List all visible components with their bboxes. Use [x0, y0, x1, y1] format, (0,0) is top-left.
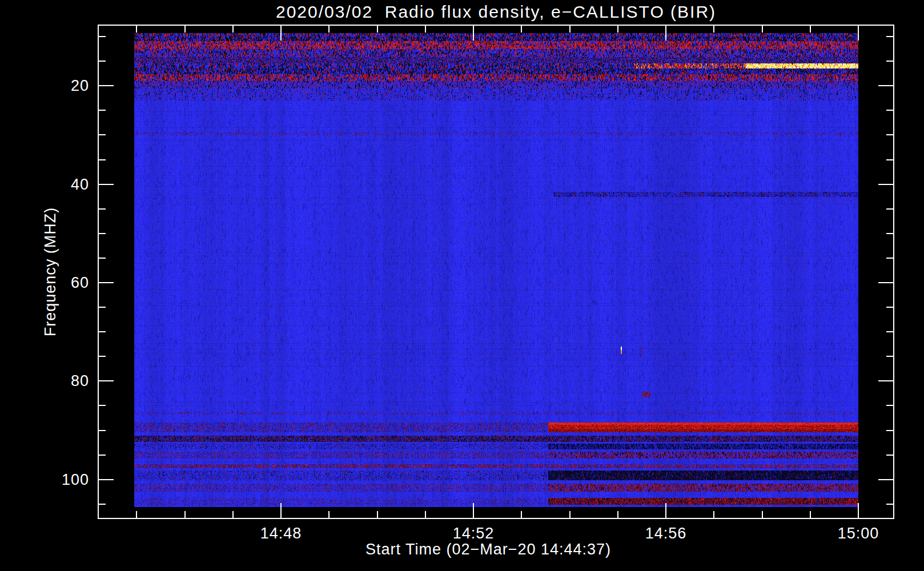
y-minor-tick [99, 455, 106, 456]
y-major-tick-right [878, 85, 893, 86]
y-minor-tick [99, 159, 106, 160]
y-minor-tick-right [886, 504, 893, 505]
x-minor-tick [184, 511, 186, 518]
y-minor-tick [99, 208, 106, 210]
x-tick-label: 15:00 [818, 525, 898, 542]
y-minor-tick-right [886, 61, 893, 62]
y-minor-tick [99, 233, 106, 234]
y-minor-tick-right [886, 110, 893, 111]
x-major-tick-top [280, 26, 282, 41]
x-tick-label: 14:56 [626, 525, 706, 542]
y-tick-label: 20 [32, 77, 89, 95]
y-major-tick [99, 85, 114, 86]
spectrogram-page: 2020/03/02 Radio flux density, e−CALLIST… [0, 0, 924, 571]
y-minor-tick [99, 504, 106, 505]
y-minor-tick [99, 258, 106, 259]
x-minor-tick [425, 511, 426, 518]
y-minor-tick [99, 331, 106, 332]
x-major-tick [473, 503, 474, 518]
x-minor-tick-top [328, 26, 330, 33]
y-major-tick-right [878, 380, 893, 381]
x-minor-tick [328, 511, 330, 518]
y-minor-tick [99, 405, 106, 406]
y-minor-tick-right [886, 258, 893, 259]
y-minor-tick [99, 110, 106, 111]
y-minor-tick-right [886, 405, 893, 406]
x-minor-tick-top [136, 26, 137, 33]
x-minor-tick [521, 511, 522, 518]
y-minor-tick-right [886, 134, 893, 135]
x-minor-tick-top [713, 26, 714, 33]
x-minor-tick-top [425, 26, 426, 33]
x-minor-tick [713, 511, 714, 518]
x-minor-tick [569, 511, 571, 518]
x-major-tick-top [665, 26, 666, 41]
y-minor-tick [99, 36, 106, 37]
x-major-tick [280, 503, 282, 518]
y-major-tick [99, 184, 114, 185]
x-major-tick [858, 503, 859, 518]
x-minor-tick-top [617, 26, 618, 33]
y-minor-tick-right [886, 208, 893, 210]
y-minor-tick [99, 430, 106, 431]
y-minor-tick-right [886, 455, 893, 456]
y-major-tick [99, 479, 114, 480]
x-minor-tick-top [377, 26, 378, 33]
x-minor-tick [762, 511, 763, 518]
y-minor-tick-right [886, 233, 893, 234]
x-axis-label: Start Time (02−Mar−20 14:44:37) [317, 541, 660, 558]
y-minor-tick-right [886, 356, 893, 357]
y-minor-tick [99, 307, 106, 308]
y-tick-label: 100 [32, 471, 89, 489]
y-tick-label: 60 [32, 274, 89, 292]
x-minor-tick [136, 511, 137, 518]
y-major-tick-right [878, 184, 893, 185]
y-tick-label: 40 [32, 175, 89, 194]
x-major-tick-top [858, 26, 859, 41]
x-minor-tick-top [810, 26, 811, 33]
x-minor-tick-top [521, 26, 522, 33]
plot-frame [98, 25, 894, 519]
plot-title: 2020/03/02 Radio flux density, e−CALLIST… [98, 2, 894, 22]
x-major-tick-top [473, 26, 474, 41]
x-major-tick [665, 503, 666, 518]
x-minor-tick-top [232, 26, 234, 33]
y-minor-tick-right [886, 331, 893, 332]
y-minor-tick [99, 61, 106, 62]
x-minor-tick-top [184, 26, 186, 33]
x-minor-tick-top [762, 26, 763, 33]
x-minor-tick-top [569, 26, 571, 33]
y-minor-tick-right [886, 36, 893, 37]
y-minor-tick [99, 134, 106, 135]
y-tick-label: 80 [32, 372, 89, 390]
x-tick-label: 14:52 [433, 525, 513, 542]
y-minor-tick-right [886, 307, 893, 308]
x-minor-tick [810, 511, 811, 518]
y-minor-tick [99, 356, 106, 357]
x-minor-tick [617, 511, 618, 518]
y-major-tick-right [878, 282, 893, 283]
y-minor-tick-right [886, 159, 893, 160]
y-minor-tick-right [886, 430, 893, 431]
y-major-tick [99, 380, 114, 381]
x-minor-tick [232, 511, 234, 518]
x-minor-tick [377, 511, 378, 518]
y-axis-label: Frequency (MHZ) [42, 207, 59, 337]
y-major-tick [99, 282, 114, 283]
y-major-tick-right [878, 479, 893, 480]
x-tick-label: 14:48 [241, 525, 321, 542]
